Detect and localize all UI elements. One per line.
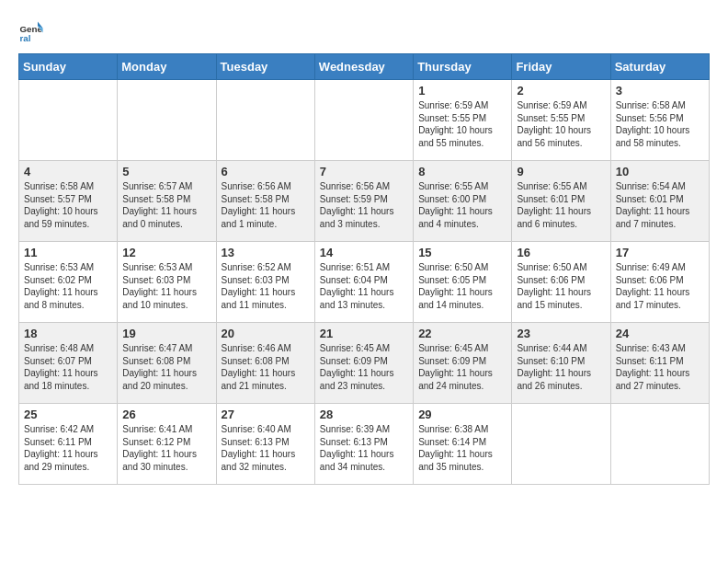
day-info: Sunrise: 6:45 AM Sunset: 6:09 PM Dayligh… bbox=[320, 342, 408, 392]
day-number: 27 bbox=[222, 408, 310, 421]
day-info: Sunrise: 6:46 AM Sunset: 6:08 PM Dayligh… bbox=[222, 342, 310, 392]
day-number: 8 bbox=[418, 165, 506, 178]
day-number: 3 bbox=[616, 84, 704, 98]
weekday-header-monday: Monday bbox=[118, 54, 216, 80]
day-number: 20 bbox=[222, 327, 310, 340]
calendar-table: SundayMondayTuesdayWednesdayThursdayFrid… bbox=[18, 53, 710, 485]
day-number: 6 bbox=[222, 165, 310, 178]
calendar-cell: 18Sunrise: 6:48 AM Sunset: 6:07 PM Dayli… bbox=[19, 323, 118, 404]
day-number: 28 bbox=[320, 408, 408, 421]
day-number: 13 bbox=[222, 246, 310, 259]
calendar-cell: 27Sunrise: 6:40 AM Sunset: 6:13 PM Dayli… bbox=[216, 404, 314, 485]
day-info: Sunrise: 6:55 AM Sunset: 6:00 PM Dayligh… bbox=[418, 180, 506, 230]
logo-icon: Gene ral bbox=[18, 18, 44, 44]
day-number: 4 bbox=[24, 165, 112, 178]
day-number: 10 bbox=[616, 165, 704, 178]
calendar-cell: 11Sunrise: 6:53 AM Sunset: 6:02 PM Dayli… bbox=[19, 242, 118, 323]
day-info: Sunrise: 6:41 AM Sunset: 6:12 PM Dayligh… bbox=[122, 423, 210, 473]
logo: Gene ral bbox=[18, 18, 48, 44]
weekday-header-saturday: Saturday bbox=[610, 54, 709, 80]
day-number: 17 bbox=[616, 246, 704, 259]
calendar-cell bbox=[512, 404, 610, 485]
day-info: Sunrise: 6:44 AM Sunset: 6:10 PM Dayligh… bbox=[517, 342, 605, 392]
calendar-cell: 10Sunrise: 6:54 AM Sunset: 6:01 PM Dayli… bbox=[610, 161, 709, 242]
day-info: Sunrise: 6:42 AM Sunset: 6:11 PM Dayligh… bbox=[24, 423, 112, 473]
day-info: Sunrise: 6:50 AM Sunset: 6:05 PM Dayligh… bbox=[418, 261, 506, 311]
calendar-cell: 21Sunrise: 6:45 AM Sunset: 6:09 PM Dayli… bbox=[314, 323, 413, 404]
day-info: Sunrise: 6:58 AM Sunset: 5:57 PM Dayligh… bbox=[24, 180, 112, 230]
day-number: 11 bbox=[24, 246, 112, 259]
weekday-header-friday: Friday bbox=[512, 54, 610, 80]
calendar-cell: 28Sunrise: 6:39 AM Sunset: 6:13 PM Dayli… bbox=[314, 404, 413, 485]
calendar-cell: 13Sunrise: 6:52 AM Sunset: 6:03 PM Dayli… bbox=[216, 242, 314, 323]
day-number: 12 bbox=[122, 246, 210, 259]
calendar-cell: 22Sunrise: 6:45 AM Sunset: 6:09 PM Dayli… bbox=[414, 323, 512, 404]
calendar-cell: 6Sunrise: 6:56 AM Sunset: 5:58 PM Daylig… bbox=[216, 161, 314, 242]
calendar-cell: 14Sunrise: 6:51 AM Sunset: 6:04 PM Dayli… bbox=[314, 242, 413, 323]
calendar-cell: 4Sunrise: 6:58 AM Sunset: 5:57 PM Daylig… bbox=[19, 161, 118, 242]
calendar-cell: 20Sunrise: 6:46 AM Sunset: 6:08 PM Dayli… bbox=[216, 323, 314, 404]
header: Gene ral bbox=[18, 18, 710, 44]
calendar-cell: 19Sunrise: 6:47 AM Sunset: 6:08 PM Dayli… bbox=[118, 323, 216, 404]
calendar-cell: 23Sunrise: 6:44 AM Sunset: 6:10 PM Dayli… bbox=[512, 323, 610, 404]
day-info: Sunrise: 6:43 AM Sunset: 6:11 PM Dayligh… bbox=[616, 342, 704, 392]
weekday-header-thursday: Thursday bbox=[414, 54, 512, 80]
weekday-header-sunday: Sunday bbox=[19, 54, 118, 80]
day-info: Sunrise: 6:59 AM Sunset: 5:55 PM Dayligh… bbox=[517, 99, 605, 149]
day-number: 14 bbox=[320, 246, 408, 259]
day-number: 24 bbox=[616, 327, 704, 340]
day-info: Sunrise: 6:51 AM Sunset: 6:04 PM Dayligh… bbox=[320, 261, 408, 311]
day-number: 15 bbox=[418, 246, 506, 259]
day-info: Sunrise: 6:53 AM Sunset: 6:03 PM Dayligh… bbox=[122, 261, 210, 311]
day-info: Sunrise: 6:57 AM Sunset: 5:58 PM Dayligh… bbox=[122, 180, 210, 230]
day-number: 2 bbox=[517, 84, 605, 98]
calendar-cell: 29Sunrise: 6:38 AM Sunset: 6:14 PM Dayli… bbox=[414, 404, 512, 485]
day-number: 16 bbox=[517, 246, 605, 259]
day-number: 26 bbox=[122, 408, 210, 421]
day-info: Sunrise: 6:55 AM Sunset: 6:01 PM Dayligh… bbox=[517, 180, 605, 230]
svg-text:ral: ral bbox=[19, 33, 30, 43]
day-number: 7 bbox=[320, 165, 408, 178]
day-info: Sunrise: 6:50 AM Sunset: 6:06 PM Dayligh… bbox=[517, 261, 605, 311]
day-info: Sunrise: 6:59 AM Sunset: 5:55 PM Dayligh… bbox=[418, 99, 506, 149]
day-info: Sunrise: 6:56 AM Sunset: 5:59 PM Dayligh… bbox=[320, 180, 408, 230]
day-info: Sunrise: 6:54 AM Sunset: 6:01 PM Dayligh… bbox=[616, 180, 704, 230]
calendar-cell: 24Sunrise: 6:43 AM Sunset: 6:11 PM Dayli… bbox=[610, 323, 709, 404]
calendar-cell: 7Sunrise: 6:56 AM Sunset: 5:59 PM Daylig… bbox=[314, 161, 413, 242]
day-number: 23 bbox=[517, 327, 605, 340]
day-info: Sunrise: 6:53 AM Sunset: 6:02 PM Dayligh… bbox=[24, 261, 112, 311]
calendar-cell bbox=[118, 80, 216, 161]
day-number: 19 bbox=[122, 327, 210, 340]
day-info: Sunrise: 6:39 AM Sunset: 6:13 PM Dayligh… bbox=[320, 423, 408, 473]
calendar-cell: 17Sunrise: 6:49 AM Sunset: 6:06 PM Dayli… bbox=[610, 242, 709, 323]
day-number: 21 bbox=[320, 327, 408, 340]
calendar-cell: 16Sunrise: 6:50 AM Sunset: 6:06 PM Dayli… bbox=[512, 242, 610, 323]
day-info: Sunrise: 6:40 AM Sunset: 6:13 PM Dayligh… bbox=[222, 423, 310, 473]
day-number: 25 bbox=[24, 408, 112, 421]
calendar-cell bbox=[610, 404, 709, 485]
day-info: Sunrise: 6:58 AM Sunset: 5:56 PM Dayligh… bbox=[616, 99, 704, 149]
day-info: Sunrise: 6:45 AM Sunset: 6:09 PM Dayligh… bbox=[418, 342, 506, 392]
day-number: 18 bbox=[24, 327, 112, 340]
day-info: Sunrise: 6:49 AM Sunset: 6:06 PM Dayligh… bbox=[616, 261, 704, 311]
day-number: 5 bbox=[122, 165, 210, 178]
weekday-header-tuesday: Tuesday bbox=[216, 54, 314, 80]
calendar-cell: 26Sunrise: 6:41 AM Sunset: 6:12 PM Dayli… bbox=[118, 404, 216, 485]
calendar-cell: 3Sunrise: 6:58 AM Sunset: 5:56 PM Daylig… bbox=[610, 80, 709, 161]
calendar-cell: 12Sunrise: 6:53 AM Sunset: 6:03 PM Dayli… bbox=[118, 242, 216, 323]
day-number: 22 bbox=[418, 327, 506, 340]
day-info: Sunrise: 6:38 AM Sunset: 6:14 PM Dayligh… bbox=[418, 423, 506, 473]
day-info: Sunrise: 6:47 AM Sunset: 6:08 PM Dayligh… bbox=[122, 342, 210, 392]
calendar-cell: 2Sunrise: 6:59 AM Sunset: 5:55 PM Daylig… bbox=[512, 80, 610, 161]
day-info: Sunrise: 6:56 AM Sunset: 5:58 PM Dayligh… bbox=[222, 180, 310, 230]
day-number: 29 bbox=[418, 408, 506, 421]
weekday-header-wednesday: Wednesday bbox=[314, 54, 413, 80]
calendar-cell: 8Sunrise: 6:55 AM Sunset: 6:00 PM Daylig… bbox=[414, 161, 512, 242]
calendar-cell: 9Sunrise: 6:55 AM Sunset: 6:01 PM Daylig… bbox=[512, 161, 610, 242]
day-info: Sunrise: 6:52 AM Sunset: 6:03 PM Dayligh… bbox=[222, 261, 310, 311]
calendar-cell: 15Sunrise: 6:50 AM Sunset: 6:05 PM Dayli… bbox=[414, 242, 512, 323]
calendar-cell: 25Sunrise: 6:42 AM Sunset: 6:11 PM Dayli… bbox=[19, 404, 118, 485]
calendar-cell bbox=[314, 80, 413, 161]
day-info: Sunrise: 6:48 AM Sunset: 6:07 PM Dayligh… bbox=[24, 342, 112, 392]
calendar-cell bbox=[216, 80, 314, 161]
